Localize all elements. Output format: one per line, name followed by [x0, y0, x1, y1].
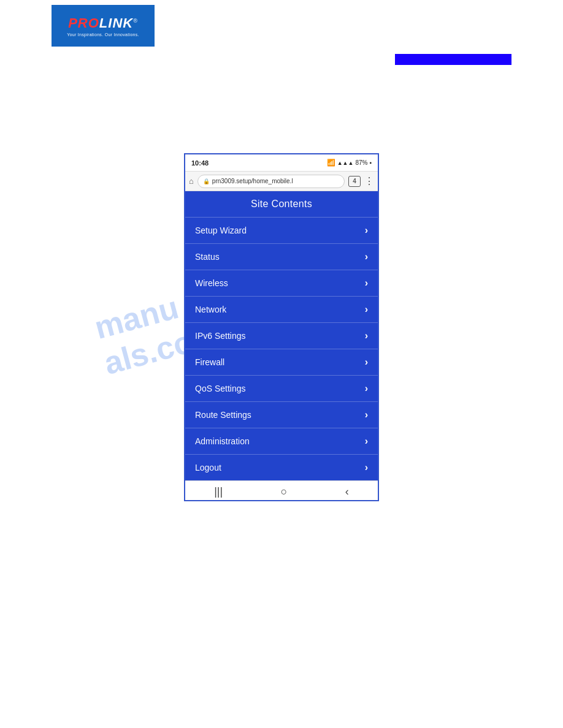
signal-icon: ▲▲▲	[337, 160, 354, 166]
chevron-icon-firewall: ›	[365, 357, 368, 368]
menu-item-label-ipv6-settings: IPv6 Settings	[195, 331, 246, 341]
battery-icon: ▪	[369, 159, 372, 166]
menu-item-logout[interactable]: Logout›	[185, 454, 378, 480]
menu-item-label-firewall: Firewall	[195, 357, 224, 367]
menu-item-network[interactable]: Network›	[185, 296, 378, 322]
browser-tab-count[interactable]: 4	[348, 176, 361, 187]
nav-home-icon[interactable]: ○	[281, 485, 288, 498]
wifi-icon: 📶	[327, 159, 335, 167]
menu-list: Setup Wizard›Status›Wireless›Network›IPv…	[185, 217, 378, 480]
phone-mockup: 10:48 📶 ▲▲▲ 87% ▪ ⌂ 🔒 prn3009.setup/home…	[184, 153, 379, 501]
menu-item-label-logout: Logout	[195, 463, 221, 472]
site-contents-header: Site Contents	[185, 191, 378, 217]
prolink-logo: PROLINK® Your Inspirations. Our Innovati…	[52, 5, 155, 47]
menu-item-label-administration: Administration	[195, 436, 250, 446]
chevron-icon-setup-wizard: ›	[365, 225, 368, 236]
menu-item-wireless[interactable]: Wireless›	[185, 270, 378, 296]
browser-home-icon[interactable]: ⌂	[189, 176, 194, 186]
bottom-nav-bar: |||○‹	[185, 480, 378, 501]
menu-item-route-settings[interactable]: Route Settings›	[185, 401, 378, 428]
chevron-icon-administration: ›	[365, 436, 368, 447]
chevron-icon-ipv6-settings: ›	[365, 330, 368, 341]
browser-bar: ⌂ 🔒 prn3009.setup/home_mobile.l 4 ⋮	[185, 172, 378, 191]
battery-text: 87%	[355, 159, 367, 166]
chevron-icon-status: ›	[365, 251, 368, 262]
logo-brand-text: PROLINK®	[68, 15, 138, 31]
menu-item-setup-wizard[interactable]: Setup Wizard›	[185, 217, 378, 243]
menu-item-label-setup-wizard: Setup Wizard	[195, 226, 247, 235]
status-bar: 10:48 📶 ▲▲▲ 87% ▪	[185, 154, 378, 172]
chevron-icon-qos-settings: ›	[365, 383, 368, 394]
menu-item-status[interactable]: Status›	[185, 243, 378, 270]
nav-menu-icon[interactable]: |||	[214, 485, 223, 498]
url-lock-icon: 🔒	[203, 178, 210, 184]
blue-accent-bar	[395, 54, 511, 65]
menu-item-qos-settings[interactable]: QoS Settings›	[185, 375, 378, 401]
menu-item-ipv6-settings[interactable]: IPv6 Settings›	[185, 322, 378, 349]
status-icons: 📶 ▲▲▲ 87% ▪	[327, 159, 372, 167]
status-time: 10:48	[191, 159, 209, 167]
url-text: prn3009.setup/home_mobile.l	[212, 178, 293, 184]
nav-back-icon[interactable]: ‹	[345, 485, 349, 498]
chevron-icon-network: ›	[365, 304, 368, 315]
menu-item-label-route-settings: Route Settings	[195, 410, 251, 420]
logo-tagline: Your Inspirations. Our Innovations.	[67, 32, 139, 37]
menu-item-firewall[interactable]: Firewall›	[185, 349, 378, 375]
chevron-icon-logout: ›	[365, 462, 368, 473]
menu-item-label-status: Status	[195, 252, 220, 262]
menu-item-label-network: Network	[195, 305, 226, 314]
menu-item-label-qos-settings: QoS Settings	[195, 384, 246, 393]
browser-url-box[interactable]: 🔒 prn3009.setup/home_mobile.l	[197, 175, 345, 188]
chevron-icon-wireless: ›	[365, 278, 368, 289]
browser-menu-icon[interactable]: ⋮	[364, 175, 374, 187]
site-contents-title: Site Contents	[251, 199, 312, 209]
chevron-icon-route-settings: ›	[365, 409, 368, 420]
menu-item-administration[interactable]: Administration›	[185, 428, 378, 454]
menu-item-label-wireless: Wireless	[195, 278, 228, 288]
